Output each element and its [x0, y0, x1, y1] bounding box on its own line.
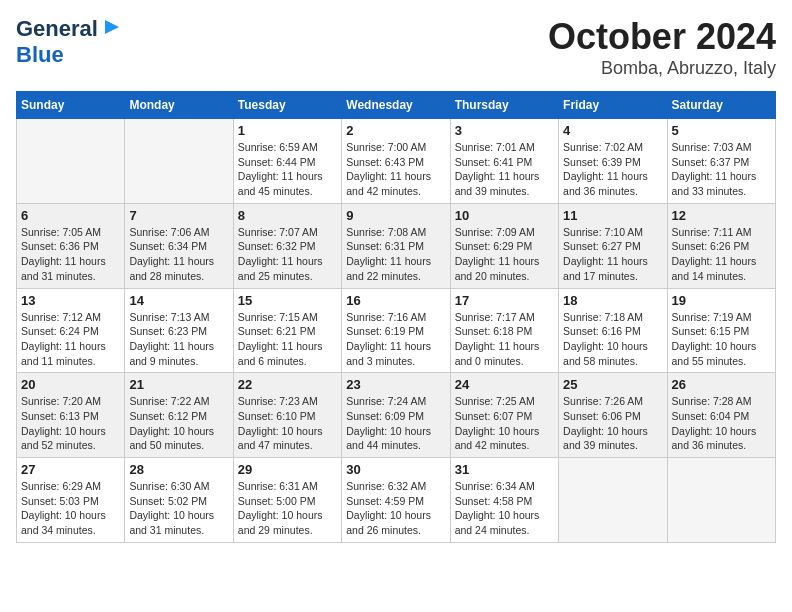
day-detail: Sunrise: 7:16 AM Sunset: 6:19 PM Dayligh… — [346, 310, 445, 369]
day-number: 2 — [346, 123, 445, 138]
day-detail: Sunrise: 7:06 AM Sunset: 6:34 PM Dayligh… — [129, 225, 228, 284]
day-detail: Sunrise: 7:17 AM Sunset: 6:18 PM Dayligh… — [455, 310, 554, 369]
table-row: 23Sunrise: 7:24 AM Sunset: 6:09 PM Dayli… — [342, 373, 450, 458]
logo-blue: Blue — [16, 42, 64, 68]
day-detail: Sunrise: 7:19 AM Sunset: 6:15 PM Dayligh… — [672, 310, 771, 369]
table-row: 14Sunrise: 7:13 AM Sunset: 6:23 PM Dayli… — [125, 288, 233, 373]
day-number: 27 — [21, 462, 120, 477]
day-number: 4 — [563, 123, 662, 138]
day-detail: Sunrise: 7:01 AM Sunset: 6:41 PM Dayligh… — [455, 140, 554, 199]
table-row: 28Sunrise: 6:30 AM Sunset: 5:02 PM Dayli… — [125, 458, 233, 543]
table-row: 29Sunrise: 6:31 AM Sunset: 5:00 PM Dayli… — [233, 458, 341, 543]
day-detail: Sunrise: 7:09 AM Sunset: 6:29 PM Dayligh… — [455, 225, 554, 284]
day-number: 31 — [455, 462, 554, 477]
day-detail: Sunrise: 7:25 AM Sunset: 6:07 PM Dayligh… — [455, 394, 554, 453]
header-friday: Friday — [559, 92, 667, 119]
calendar-header-row: Sunday Monday Tuesday Wednesday Thursday… — [17, 92, 776, 119]
table-row: 31Sunrise: 6:34 AM Sunset: 4:58 PM Dayli… — [450, 458, 558, 543]
day-number: 10 — [455, 208, 554, 223]
table-row: 9Sunrise: 7:08 AM Sunset: 6:31 PM Daylig… — [342, 203, 450, 288]
day-number: 20 — [21, 377, 120, 392]
header-monday: Monday — [125, 92, 233, 119]
day-number: 1 — [238, 123, 337, 138]
table-row: 16Sunrise: 7:16 AM Sunset: 6:19 PM Dayli… — [342, 288, 450, 373]
calendar-week-row: 20Sunrise: 7:20 AM Sunset: 6:13 PM Dayli… — [17, 373, 776, 458]
day-detail: Sunrise: 6:32 AM Sunset: 4:59 PM Dayligh… — [346, 479, 445, 538]
day-number: 8 — [238, 208, 337, 223]
header-wednesday: Wednesday — [342, 92, 450, 119]
day-number: 29 — [238, 462, 337, 477]
logo: General Blue — [16, 16, 123, 68]
day-detail: Sunrise: 7:23 AM Sunset: 6:10 PM Dayligh… — [238, 394, 337, 453]
day-number: 9 — [346, 208, 445, 223]
table-row: 24Sunrise: 7:25 AM Sunset: 6:07 PM Dayli… — [450, 373, 558, 458]
day-number: 14 — [129, 293, 228, 308]
table-row: 22Sunrise: 7:23 AM Sunset: 6:10 PM Dayli… — [233, 373, 341, 458]
day-number: 16 — [346, 293, 445, 308]
calendar-week-row: 6Sunrise: 7:05 AM Sunset: 6:36 PM Daylig… — [17, 203, 776, 288]
table-row — [125, 119, 233, 204]
table-row: 13Sunrise: 7:12 AM Sunset: 6:24 PM Dayli… — [17, 288, 125, 373]
header-saturday: Saturday — [667, 92, 775, 119]
day-number: 15 — [238, 293, 337, 308]
table-row: 30Sunrise: 6:32 AM Sunset: 4:59 PM Dayli… — [342, 458, 450, 543]
calendar-table: Sunday Monday Tuesday Wednesday Thursday… — [16, 91, 776, 543]
table-row: 11Sunrise: 7:10 AM Sunset: 6:27 PM Dayli… — [559, 203, 667, 288]
day-detail: Sunrise: 7:05 AM Sunset: 6:36 PM Dayligh… — [21, 225, 120, 284]
day-detail: Sunrise: 6:29 AM Sunset: 5:03 PM Dayligh… — [21, 479, 120, 538]
month-title: October 2024 — [548, 16, 776, 58]
table-row: 2Sunrise: 7:00 AM Sunset: 6:43 PM Daylig… — [342, 119, 450, 204]
table-row: 7Sunrise: 7:06 AM Sunset: 6:34 PM Daylig… — [125, 203, 233, 288]
table-row: 3Sunrise: 7:01 AM Sunset: 6:41 PM Daylig… — [450, 119, 558, 204]
logo-arrow-icon — [101, 16, 123, 38]
day-detail: Sunrise: 7:15 AM Sunset: 6:21 PM Dayligh… — [238, 310, 337, 369]
table-row: 15Sunrise: 7:15 AM Sunset: 6:21 PM Dayli… — [233, 288, 341, 373]
table-row: 5Sunrise: 7:03 AM Sunset: 6:37 PM Daylig… — [667, 119, 775, 204]
day-number: 30 — [346, 462, 445, 477]
day-number: 26 — [672, 377, 771, 392]
table-row: 18Sunrise: 7:18 AM Sunset: 6:16 PM Dayli… — [559, 288, 667, 373]
day-number: 28 — [129, 462, 228, 477]
day-detail: Sunrise: 6:31 AM Sunset: 5:00 PM Dayligh… — [238, 479, 337, 538]
table-row: 27Sunrise: 6:29 AM Sunset: 5:03 PM Dayli… — [17, 458, 125, 543]
day-number: 21 — [129, 377, 228, 392]
day-number: 12 — [672, 208, 771, 223]
table-row: 12Sunrise: 7:11 AM Sunset: 6:26 PM Dayli… — [667, 203, 775, 288]
day-detail: Sunrise: 7:20 AM Sunset: 6:13 PM Dayligh… — [21, 394, 120, 453]
day-detail: Sunrise: 7:26 AM Sunset: 6:06 PM Dayligh… — [563, 394, 662, 453]
table-row — [559, 458, 667, 543]
header-tuesday: Tuesday — [233, 92, 341, 119]
day-detail: Sunrise: 7:08 AM Sunset: 6:31 PM Dayligh… — [346, 225, 445, 284]
day-detail: Sunrise: 7:00 AM Sunset: 6:43 PM Dayligh… — [346, 140, 445, 199]
calendar-week-row: 27Sunrise: 6:29 AM Sunset: 5:03 PM Dayli… — [17, 458, 776, 543]
title-section: October 2024 Bomba, Abruzzo, Italy — [548, 16, 776, 79]
table-row: 10Sunrise: 7:09 AM Sunset: 6:29 PM Dayli… — [450, 203, 558, 288]
day-detail: Sunrise: 7:02 AM Sunset: 6:39 PM Dayligh… — [563, 140, 662, 199]
logo-general: General — [16, 17, 98, 41]
day-number: 11 — [563, 208, 662, 223]
day-number: 24 — [455, 377, 554, 392]
day-detail: Sunrise: 7:13 AM Sunset: 6:23 PM Dayligh… — [129, 310, 228, 369]
day-number: 23 — [346, 377, 445, 392]
day-detail: Sunrise: 6:30 AM Sunset: 5:02 PM Dayligh… — [129, 479, 228, 538]
day-detail: Sunrise: 7:11 AM Sunset: 6:26 PM Dayligh… — [672, 225, 771, 284]
day-detail: Sunrise: 7:07 AM Sunset: 6:32 PM Dayligh… — [238, 225, 337, 284]
table-row: 19Sunrise: 7:19 AM Sunset: 6:15 PM Dayli… — [667, 288, 775, 373]
day-number: 17 — [455, 293, 554, 308]
table-row: 26Sunrise: 7:28 AM Sunset: 6:04 PM Dayli… — [667, 373, 775, 458]
calendar-week-row: 13Sunrise: 7:12 AM Sunset: 6:24 PM Dayli… — [17, 288, 776, 373]
day-number: 6 — [21, 208, 120, 223]
svg-marker-0 — [105, 20, 119, 34]
table-row: 6Sunrise: 7:05 AM Sunset: 6:36 PM Daylig… — [17, 203, 125, 288]
table-row — [667, 458, 775, 543]
day-number: 18 — [563, 293, 662, 308]
day-number: 3 — [455, 123, 554, 138]
header-thursday: Thursday — [450, 92, 558, 119]
day-detail: Sunrise: 6:59 AM Sunset: 6:44 PM Dayligh… — [238, 140, 337, 199]
day-detail: Sunrise: 7:12 AM Sunset: 6:24 PM Dayligh… — [21, 310, 120, 369]
day-number: 5 — [672, 123, 771, 138]
header-sunday: Sunday — [17, 92, 125, 119]
table-row: 20Sunrise: 7:20 AM Sunset: 6:13 PM Dayli… — [17, 373, 125, 458]
day-detail: Sunrise: 7:10 AM Sunset: 6:27 PM Dayligh… — [563, 225, 662, 284]
day-detail: Sunrise: 7:03 AM Sunset: 6:37 PM Dayligh… — [672, 140, 771, 199]
